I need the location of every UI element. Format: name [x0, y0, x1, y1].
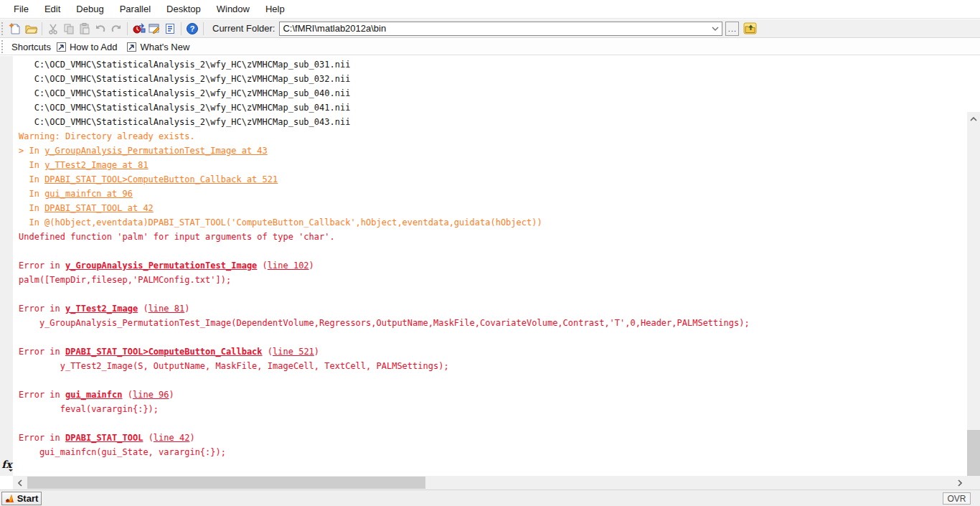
shortcuts-bar: Shortcuts How to Add What's New: [0, 39, 980, 55]
overwrite-mode-indicator: OVR: [943, 492, 971, 505]
console-text: y_GroupAnalysis_PermutationTest_Image(De…: [19, 318, 750, 328]
simulink-icon: [132, 22, 146, 35]
browse-folder-button[interactable]: ...: [725, 22, 739, 36]
horizontal-scrollbar[interactable]: [13, 476, 967, 489]
console-text: C:\OCD_VMHC\StatisticalAnalysis_2\wfy_HC…: [19, 60, 350, 70]
undo-button[interactable]: [93, 21, 108, 37]
current-folder-label: Current Folder:: [212, 23, 275, 34]
console-line: In DPABI_STAT_TOOL at 42: [19, 201, 967, 215]
console-text: Error in: [19, 261, 65, 271]
console-text: Warning: Directory already exists.: [19, 131, 195, 141]
console-line: Undefined function 'palm' for input argu…: [19, 230, 967, 244]
undo-icon: [94, 22, 107, 35]
console-link[interactable]: y_GroupAnalysis_PermutationTest_Image: [65, 261, 257, 271]
copy-icon: [62, 22, 75, 35]
console-text: In: [19, 174, 44, 184]
menu-window[interactable]: Window: [209, 1, 258, 17]
console-text: feval(varargin{:});: [19, 404, 159, 414]
console-line: > In y_GroupAnalysis_PermutationTest_Ima…: [19, 144, 967, 158]
current-folder-value[interactable]: C:\fMRI\matlab2012a\bin: [280, 23, 709, 34]
open-folder-icon: [24, 22, 38, 35]
redo-icon: [110, 22, 123, 35]
console-link[interactable]: DPABI_STAT_TOOL: [65, 433, 143, 443]
console-text: (: [257, 261, 267, 271]
console-line: In gui_mainfcn at 96: [19, 187, 967, 201]
scrollbar-corner: [967, 476, 980, 489]
console-text: ): [169, 390, 174, 400]
console-line: [19, 416, 967, 431]
console-text: In: [19, 203, 44, 213]
console-text: In: [19, 189, 44, 199]
shortcut-how-to-add[interactable]: How to Add: [70, 42, 118, 52]
console-link[interactable]: y_TTest2_Image: [65, 304, 138, 314]
main-toolbar: ? Current Folder: C:\fMRI\matlab2012a\bi…: [0, 19, 980, 38]
console-text: gui_mainfcn(gui_State, varargin{:});: [19, 447, 226, 457]
help-button[interactable]: ?: [184, 21, 200, 37]
shortcut-arrow-icon: [57, 42, 66, 52]
start-button[interactable]: Start: [1, 492, 42, 505]
command-window-output[interactable]: C:\OCD_VMHC\StatisticalAnalysis_2\wfy_HC…: [13, 56, 967, 476]
console-text: In @(hObject,eventdata)DPABI_STAT_TOOL('…: [19, 217, 542, 228]
menu-debug[interactable]: Debug: [68, 1, 111, 17]
menu-edit[interactable]: Edit: [37, 1, 68, 17]
console-link[interactable]: y_GroupAnalysis_PermutationTest_Image at…: [44, 146, 268, 156]
current-folder-combobox[interactable]: C:\fMRI\matlab2012a\bin: [279, 22, 722, 36]
menu-parallel[interactable]: Parallel: [112, 1, 159, 17]
console-link[interactable]: line 81: [149, 304, 185, 314]
console-link[interactable]: gui_mainfcn: [65, 390, 122, 400]
copy-button[interactable]: [61, 21, 77, 37]
console-line: Error in y_GroupAnalysis_PermutationTest…: [19, 258, 967, 273]
console-line: [19, 330, 967, 345]
simulink-button[interactable]: [131, 21, 146, 37]
scroll-up-icon[interactable]: [967, 113, 980, 125]
start-button-label: Start: [17, 493, 39, 504]
menu-help[interactable]: Help: [258, 1, 293, 17]
toolbar-grip[interactable]: [1, 22, 5, 35]
console-line: In DPABI_STAT_TOOL>ComputeButton_Callbac…: [19, 172, 967, 187]
open-folder-button[interactable]: [23, 21, 39, 37]
profiler-icon: [164, 22, 176, 35]
profiler-button[interactable]: [162, 21, 178, 37]
horizontal-scroll-thumb[interactable]: [27, 477, 425, 489]
paste-icon: [78, 22, 91, 35]
console-link[interactable]: line 96: [133, 390, 169, 400]
paste-button[interactable]: [77, 21, 93, 37]
up-one-folder-button[interactable]: [742, 21, 758, 37]
console-link[interactable]: line 521: [273, 347, 314, 357]
console-text: Error in: [19, 347, 65, 357]
console-line: gui_mainfcn(gui_State, varargin{:});: [19, 445, 967, 459]
console-line: [19, 373, 967, 388]
guide-button[interactable]: [146, 21, 162, 37]
scroll-right-icon[interactable]: [954, 476, 966, 489]
matlab-window: File Edit Debug Parallel Desktop Window …: [0, 0, 980, 506]
console-text: ): [309, 261, 314, 271]
console-text: C:\OCD_VMHC\StatisticalAnalysis_2\wfy_HC…: [19, 117, 350, 127]
console-line: In y_TTest2_Image at 81: [19, 158, 967, 172]
fx-function-hints-button[interactable]: fx: [1, 459, 13, 470]
shortcuts-grip[interactable]: [1, 40, 5, 53]
shortcut-whats-new[interactable]: What's New: [140, 42, 189, 52]
console-link[interactable]: line 42: [154, 433, 190, 443]
vertical-scrollbar[interactable]: [967, 112, 980, 506]
console-link[interactable]: DPABI_STAT_TOOL>ComputeButton_Callback: [65, 347, 263, 357]
console-text: C:\OCD_VMHC\StatisticalAnalysis_2\wfy_HC…: [19, 74, 350, 84]
new-file-button[interactable]: [7, 21, 23, 37]
menu-file[interactable]: File: [6, 1, 37, 17]
scroll-left-icon[interactable]: [14, 476, 26, 489]
toolbar-separator: [203, 22, 204, 35]
console-link[interactable]: gui_mainfcn at 96: [44, 189, 133, 199]
console-text: Undefined function 'palm' for input argu…: [19, 232, 335, 242]
menu-desktop[interactable]: Desktop: [159, 1, 209, 17]
console-text: (: [138, 304, 148, 314]
console-link[interactable]: y_TTest2_Image at 81: [44, 160, 149, 170]
toolbar-separator: [42, 22, 42, 35]
console-link[interactable]: DPABI_STAT_TOOL>ComputeButton_Callback a…: [44, 174, 278, 184]
vertical-scroll-thumb[interactable]: [967, 430, 980, 476]
console-link[interactable]: DPABI_STAT_TOOL at 42: [44, 203, 154, 213]
dropdown-chevron-icon[interactable]: [709, 22, 722, 35]
shortcuts-label: Shortcuts: [11, 42, 51, 52]
cut-button[interactable]: [45, 21, 61, 37]
console-link[interactable]: line 102: [268, 261, 309, 271]
console-line: palm([TempDir,filesep,'PALMConfig.txt'])…: [19, 273, 967, 287]
redo-button[interactable]: [108, 21, 124, 37]
